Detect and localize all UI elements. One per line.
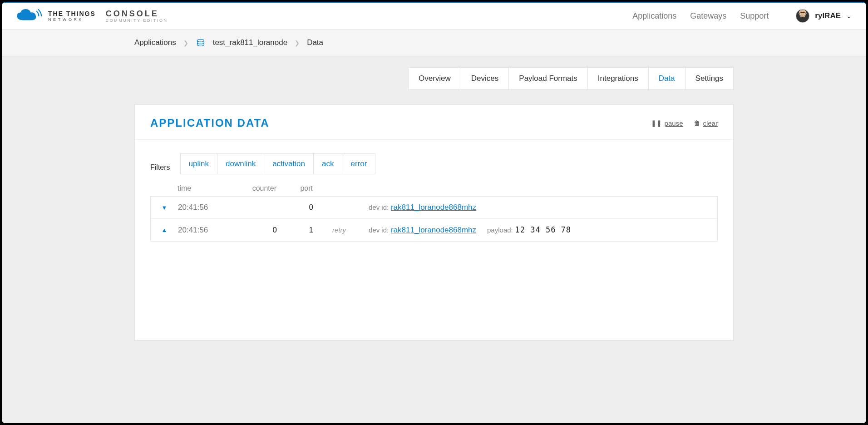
data-panel: APPLICATION DATA ❚❚ pause 🗑 clear Filter… xyxy=(134,104,734,341)
panel-header: APPLICATION DATA ❚❚ pause 🗑 clear xyxy=(135,105,733,140)
filters-label: Filters xyxy=(150,163,170,172)
tab-integrations[interactable]: Integrations xyxy=(587,67,649,90)
breadcrumb-app[interactable]: test_rak811_loranode xyxy=(213,38,287,47)
avatar-icon xyxy=(796,9,809,23)
col-port: port xyxy=(282,184,318,193)
tab-settings[interactable]: Settings xyxy=(685,67,734,90)
panel-title: APPLICATION DATA xyxy=(150,117,270,129)
row-counter: 0 xyxy=(232,226,282,235)
breadcrumb-sep-icon: ❯ xyxy=(295,40,300,46)
row-time: 20:41:56 xyxy=(178,226,232,235)
brand: THE THINGS NETWORK CONSOLE COMMUNITY EDI… xyxy=(15,7,168,25)
filter-error[interactable]: error xyxy=(342,153,375,174)
console-line2: COMMUNITY EDITION xyxy=(106,19,168,23)
filter-downlink[interactable]: downlink xyxy=(217,153,264,174)
table-row[interactable]: ▼ 20:41:56 0 dev id: rak811_loranode868m… xyxy=(151,197,717,219)
row-details: dev id: rak811_loranode868mhz xyxy=(360,203,717,212)
brand-console: CONSOLE COMMUNITY EDITION xyxy=(106,10,168,23)
breadcrumb-leaf: Data xyxy=(307,38,323,47)
trash-icon: 🗑 xyxy=(694,119,700,127)
payload-value: 12 34 56 78 xyxy=(515,225,571,234)
pause-icon: ❚❚ xyxy=(651,119,662,127)
filter-chips: uplink downlink activation ack error xyxy=(180,153,376,174)
payload-label: payload: xyxy=(487,226,513,234)
main-area: Overview Devices Payload Formats Integra… xyxy=(2,56,866,423)
table-row[interactable]: ▲ 20:41:56 0 1 retry dev id: rak811_lora… xyxy=(151,219,717,241)
col-time: time xyxy=(178,184,232,193)
filters-row: Filters uplink downlink activation ack e… xyxy=(135,140,733,178)
devid-label: dev id: xyxy=(369,226,389,234)
tabs: Overview Devices Payload Formats Integra… xyxy=(409,67,734,90)
brand-line1: THE THINGS xyxy=(48,10,96,17)
brand-line2: NETWORK xyxy=(48,18,96,22)
tab-devices[interactable]: Devices xyxy=(461,67,509,90)
pause-button[interactable]: ❚❚ pause xyxy=(651,119,683,127)
row-port: 0 xyxy=(282,203,319,212)
dev-id-link[interactable]: rak811_loranode868mhz xyxy=(391,203,476,212)
devid-label: dev id: xyxy=(369,203,389,211)
nav-applications[interactable]: Applications xyxy=(632,11,676,21)
filter-activation[interactable]: activation xyxy=(264,153,314,174)
clear-label: clear xyxy=(703,119,718,127)
svg-point-0 xyxy=(197,40,204,42)
panel-actions: ❚❚ pause 🗑 clear xyxy=(651,119,718,127)
row-port: 1 xyxy=(282,226,319,235)
tabs-wrap: Overview Devices Payload Formats Integra… xyxy=(134,56,734,90)
nav-support[interactable]: Support xyxy=(740,11,769,21)
nav-gateways[interactable]: Gateways xyxy=(690,11,726,21)
filter-ack[interactable]: ack xyxy=(313,153,342,174)
data-rows: ▼ 20:41:56 0 dev id: rak811_loranode868m… xyxy=(150,196,718,242)
top-bar: THE THINGS NETWORK CONSOLE COMMUNITY EDI… xyxy=(2,3,866,30)
application-icon xyxy=(196,38,206,48)
row-time: 20:41:56 xyxy=(178,203,232,212)
breadcrumb-bar: Applications ❯ test_rak811_loranode ❯ Da… xyxy=(2,30,866,56)
filter-uplink[interactable]: uplink xyxy=(180,153,217,174)
downlink-arrow-icon: ▼ xyxy=(151,204,178,211)
row-retry: retry xyxy=(319,226,360,234)
username: ryIRAE xyxy=(815,11,841,20)
breadcrumb-sep-icon: ❯ xyxy=(183,40,188,46)
user-menu[interactable]: ryIRAE ⌄ xyxy=(796,9,852,23)
column-headers: time counter port xyxy=(135,178,733,196)
tab-overview[interactable]: Overview xyxy=(408,67,461,90)
tab-payload-formats[interactable]: Payload Formats xyxy=(508,67,588,90)
col-counter: counter xyxy=(232,184,282,193)
app-window: THE THINGS NETWORK CONSOLE COMMUNITY EDI… xyxy=(2,2,866,423)
dev-id-link[interactable]: rak811_loranode868mhz xyxy=(391,226,476,234)
breadcrumb-root[interactable]: Applications xyxy=(134,38,176,47)
top-nav: Applications Gateways Support ryIRAE ⌄ xyxy=(632,9,852,23)
row-details: dev id: rak811_loranode868mhz payload: 1… xyxy=(360,225,717,235)
pause-label: pause xyxy=(665,119,683,127)
breadcrumb: Applications ❯ test_rak811_loranode ❯ Da… xyxy=(134,38,734,48)
cloud-logo-icon xyxy=(15,7,42,25)
uplink-arrow-icon: ▲ xyxy=(151,227,178,233)
chevron-down-icon: ⌄ xyxy=(846,12,852,20)
console-line1: CONSOLE xyxy=(106,10,168,18)
tab-data[interactable]: Data xyxy=(648,67,686,90)
brand-text: THE THINGS NETWORK xyxy=(48,10,96,22)
clear-button[interactable]: 🗑 clear xyxy=(694,119,718,127)
